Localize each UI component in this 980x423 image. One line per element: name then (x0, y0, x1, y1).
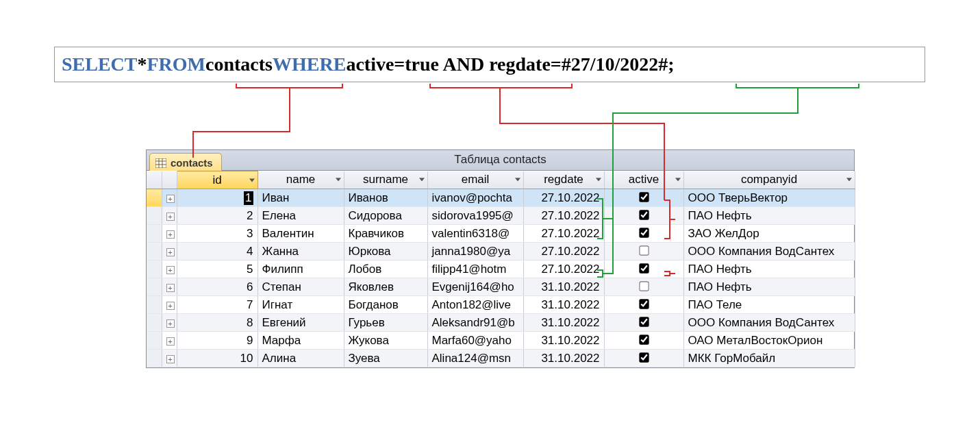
expand-toggle[interactable]: + (162, 350, 177, 367)
cell-name[interactable]: Жанна (257, 243, 344, 261)
cell-regdate[interactable]: 27.10.2022 (523, 207, 604, 225)
cell-name[interactable]: Филипп (257, 261, 344, 278)
cell-id[interactable]: 3 (177, 225, 257, 243)
cell-surname[interactable]: Жукова (344, 332, 427, 350)
expand-toggle[interactable]: + (162, 243, 177, 261)
table-row[interactable]: +8ЕвгенийГурьевAleksandr91@b31.10.2022ОО… (147, 314, 855, 332)
dropdown-icon[interactable] (596, 178, 601, 182)
cell-active[interactable] (604, 207, 683, 225)
cell-regdate[interactable]: 31.10.2022 (523, 296, 604, 314)
cell-name[interactable]: Марфа (257, 332, 344, 350)
expand-toggle[interactable]: + (162, 261, 177, 278)
active-checkbox[interactable] (639, 299, 649, 309)
cell-companyid[interactable]: ООО ТверьВектор (683, 189, 855, 207)
cell-companyid[interactable]: ПАО Нефть (683, 278, 855, 296)
table-row[interactable]: +5ФилиппЛобовfilipp41@hotm27.10.2022ПАО … (147, 261, 855, 278)
cell-regdate[interactable]: 31.10.2022 (523, 332, 604, 350)
cell-regdate[interactable]: 31.10.2022 (523, 278, 604, 296)
table-row[interactable]: +3ВалентинКравчиковvalentin6318@27.10.20… (147, 225, 855, 243)
row-selector[interactable] (147, 350, 162, 367)
cell-id[interactable]: 5 (177, 261, 257, 278)
cell-surname[interactable]: Иванов (344, 189, 427, 207)
active-checkbox[interactable] (639, 263, 649, 273)
cell-regdate[interactable]: 27.10.2022 (523, 225, 604, 243)
cell-email[interactable]: ivanov@pochta (427, 189, 523, 207)
cell-regdate[interactable]: 31.10.2022 (523, 314, 604, 332)
cell-name[interactable]: Евгений (257, 314, 344, 332)
cell-surname[interactable]: Кравчиков (344, 225, 427, 243)
table-row[interactable]: +10АлинаЗуеваAlina124@msn31.10.2022МКК Г… (147, 350, 855, 367)
cell-id[interactable]: 10 (177, 350, 257, 367)
cell-surname[interactable]: Сидорова (344, 207, 427, 225)
cell-surname[interactable]: Зуева (344, 350, 427, 367)
col-header-regdate[interactable]: regdate (523, 171, 604, 189)
cell-surname[interactable]: Юркова (344, 243, 427, 261)
cell-active[interactable] (604, 314, 683, 332)
table-row[interactable]: +7ИгнатБогдановAnton182@live31.10.2022ПА… (147, 296, 855, 314)
row-selector[interactable] (147, 314, 162, 332)
cell-id[interactable]: 9 (177, 332, 257, 350)
row-selector[interactable] (147, 189, 162, 207)
row-selector[interactable] (147, 243, 162, 261)
cell-name[interactable]: Валентин (257, 225, 344, 243)
active-checkbox[interactable] (639, 228, 649, 237)
table-row[interactable]: +2ЕленаСидороваsidorova1995@27.10.2022ПА… (147, 207, 855, 225)
row-selector[interactable] (147, 207, 162, 225)
cell-companyid[interactable]: МКК ГорМобайл (683, 350, 855, 367)
cell-regdate[interactable]: 31.10.2022 (523, 350, 604, 367)
cell-companyid[interactable]: ПАО Теле (683, 296, 855, 314)
cell-surname[interactable]: Гурьев (344, 314, 427, 332)
row-selector[interactable] (147, 332, 162, 350)
active-checkbox[interactable] (639, 245, 649, 255)
cell-companyid[interactable]: ПАО Нефть (683, 261, 855, 278)
expand-toggle[interactable]: + (162, 225, 177, 243)
col-header-surname[interactable]: surname (344, 171, 427, 189)
dropdown-icon[interactable] (675, 178, 681, 182)
row-selector[interactable] (147, 278, 162, 296)
dropdown-icon[interactable] (419, 178, 425, 182)
cell-email[interactable]: valentin6318@ (427, 225, 523, 243)
cell-companyid[interactable]: ЗАО ЖелДор (683, 225, 855, 243)
table-row[interactable]: +1ИванИвановivanov@pochta27.10.2022ООО Т… (147, 189, 855, 207)
cell-active[interactable] (604, 261, 683, 278)
cell-id[interactable]: 6 (177, 278, 257, 296)
col-header-active[interactable]: active (604, 171, 683, 189)
row-selector[interactable] (147, 225, 162, 243)
cell-active[interactable] (604, 350, 683, 367)
expand-toggle[interactable]: + (162, 278, 177, 296)
cell-name[interactable]: Алина (257, 350, 344, 367)
cell-active[interactable] (604, 296, 683, 314)
cell-email[interactable]: Evgenij164@ho (427, 278, 523, 296)
cell-surname[interactable]: Богданов (344, 296, 427, 314)
cell-active[interactable] (604, 225, 683, 243)
col-header-email[interactable]: email (427, 171, 523, 189)
data-grid[interactable]: id name surname email regdate active com… (147, 171, 855, 367)
dropdown-icon[interactable] (515, 178, 520, 182)
cell-id[interactable]: 2 (177, 207, 257, 225)
cell-name[interactable]: Игнат (257, 296, 344, 314)
col-header-companyid[interactable]: companyid (683, 171, 855, 189)
dropdown-icon[interactable] (249, 178, 255, 182)
cell-id[interactable]: 8 (177, 314, 257, 332)
cell-surname[interactable]: Яковлев (344, 278, 427, 296)
cell-email[interactable]: janna1980@ya (427, 243, 523, 261)
cell-email[interactable]: Alina124@msn (427, 350, 523, 367)
cell-regdate[interactable]: 27.10.2022 (523, 261, 604, 278)
row-selector[interactable] (147, 261, 162, 278)
cell-name[interactable]: Елена (257, 207, 344, 225)
dropdown-icon[interactable] (846, 178, 852, 182)
active-checkbox[interactable] (639, 210, 649, 219)
cell-email[interactable]: Marfa60@yaho (427, 332, 523, 350)
active-checkbox[interactable] (639, 192, 649, 202)
cell-companyid[interactable]: ООО Компания ВодСантех (683, 243, 855, 261)
cell-active[interactable] (604, 332, 683, 350)
expand-toggle[interactable]: + (162, 207, 177, 225)
row-selector-header[interactable] (147, 171, 162, 189)
cell-id[interactable]: 7 (177, 296, 257, 314)
table-row[interactable]: +9МарфаЖуковаMarfa60@yaho31.10.2022ОАО М… (147, 332, 855, 350)
cell-id[interactable]: 1 (177, 189, 257, 207)
dropdown-icon[interactable] (336, 178, 341, 182)
cell-regdate[interactable]: 27.10.2022 (523, 189, 604, 207)
expand-toggle[interactable]: + (162, 314, 177, 332)
row-selector[interactable] (147, 296, 162, 314)
